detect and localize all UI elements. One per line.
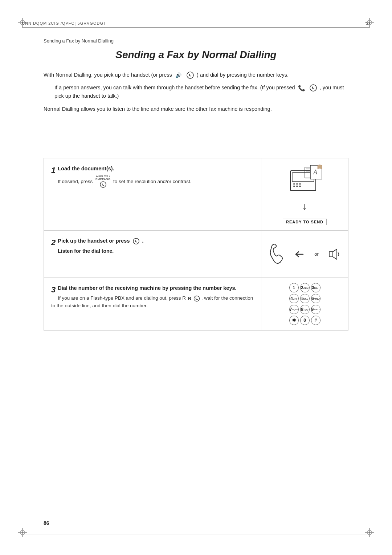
svg-text:A: A xyxy=(313,169,318,176)
handset-icon-inline-2: 📞 xyxy=(298,84,306,92)
svg-rect-12 xyxy=(299,186,301,187)
breadcrumb: Sending a Fax by Normal Dialling xyxy=(44,38,114,44)
handset-r-icon xyxy=(193,295,200,302)
step-1-left: 1 Load the document(s). If desired, pres… xyxy=(44,158,261,230)
intro-para-2: If a person answers, you can talk with t… xyxy=(44,84,348,100)
key-5: 5JKL xyxy=(300,294,310,303)
key-hash: # xyxy=(311,316,320,325)
key-4: 4GHI xyxy=(289,294,299,303)
handset-circle-icon-2 xyxy=(309,84,317,92)
ready-to-send-label: READY TO SEND xyxy=(283,219,327,225)
step-1-title: 1 Load the document(s). xyxy=(51,165,254,172)
handset-circle-icon xyxy=(186,71,194,79)
step-3-right: 1 2ABC 3DEF 4GHI 5JKL 6MNO 7PQRS 8TUV 9W… xyxy=(261,278,348,330)
handset-circle-step2 xyxy=(132,238,140,245)
speaker-icon-inline: 🔊 xyxy=(175,71,183,79)
key-8: 8TUV xyxy=(300,305,310,314)
svg-rect-9 xyxy=(299,183,301,185)
step-1-right: A ↓ READY TO SEND xyxy=(261,158,348,230)
top-bar-page: 2/ xyxy=(366,21,370,25)
svg-text:🔊: 🔊 xyxy=(175,72,182,78)
header-top-rule xyxy=(22,27,370,28)
steps-box: 1 Load the document(s). If desired, pres… xyxy=(44,158,348,331)
down-arrow-icon: ↓ xyxy=(302,200,307,212)
step-3-left: 3 Dial the number of the receiving machi… xyxy=(44,278,261,330)
step-2-row: 2 Pick up the handset or press . Listen … xyxy=(44,231,348,278)
corner-mark-bl xyxy=(18,528,27,537)
auflös-circle-icon xyxy=(99,181,107,188)
svg-rect-8 xyxy=(296,183,298,185)
top-bar: CNN DQQM 2CIG /QPFC[ 5GRVGODGT 2/ xyxy=(22,21,370,25)
key-6: 6MNO xyxy=(311,294,320,303)
r-button: R xyxy=(188,295,191,302)
key-1: 1 xyxy=(289,283,299,292)
svg-point-19 xyxy=(133,238,139,244)
page-title: Sending a Fax by Normal Dialling xyxy=(44,49,348,61)
svg-point-4 xyxy=(100,182,106,187)
fax-machine-illustration: A xyxy=(283,163,327,196)
intro-para-1: With Normal Dialling, you pick up the ha… xyxy=(44,71,348,79)
svg-point-3 xyxy=(310,85,317,91)
svg-rect-11 xyxy=(296,186,298,187)
key-star: ✱ xyxy=(289,316,299,325)
step-2-left: 2 Pick up the handset or press . Listen … xyxy=(44,231,261,278)
svg-rect-20 xyxy=(329,252,333,257)
page-number: 86 xyxy=(44,520,49,526)
speaker-fax-icon xyxy=(328,247,342,261)
intro-para-3: Normal Dialling allows you to listen to … xyxy=(44,105,348,113)
handset-illustration xyxy=(268,242,286,266)
key-7: 7PQRS xyxy=(289,305,299,314)
key-9: 9WXYZ xyxy=(311,305,320,314)
keypad-illustration: 1 2ABC 3DEF 4GHI 5JKL 6MNO 7PQRS 8TUV 9W… xyxy=(289,283,320,325)
step-2-right: or xyxy=(261,231,348,278)
svg-rect-10 xyxy=(293,186,295,187)
main-content: With Normal Dialling, you pick up the ha… xyxy=(44,71,348,118)
step-1-row: 1 Load the document(s). If desired, pres… xyxy=(44,158,348,231)
step-3-title: 3 Dial the number of the receiving machi… xyxy=(51,284,254,292)
step-1-body: If desired, press AUFLÖS./ EMPFANG to se… xyxy=(51,175,254,188)
auflös-btn: AUFLÖS./ EMPFANG xyxy=(95,175,110,188)
or-label: or xyxy=(314,251,319,257)
step-2-icons: or xyxy=(266,242,343,266)
bottom-rule xyxy=(22,535,370,535)
top-bar-code: CNN DQQM 2CIG /QPFC[ 5GRVGODGT xyxy=(22,21,106,25)
key-3: 3DEF xyxy=(311,283,320,292)
svg-rect-7 xyxy=(293,183,295,185)
step-3-row: 3 Dial the number of the receiving machi… xyxy=(44,278,348,330)
svg-point-1 xyxy=(187,72,193,78)
step-2-subtitle: Listen for the dial tone. xyxy=(51,248,254,255)
svg-point-21 xyxy=(194,296,199,301)
key-2: 2ABC xyxy=(300,283,310,292)
back-arrow-icon xyxy=(292,249,305,260)
step-2-title: 2 Pick up the handset or press . xyxy=(51,237,254,245)
corner-mark-br xyxy=(365,528,374,537)
step-3-body: If you are on a Flash-type PBX and are d… xyxy=(51,295,254,310)
svg-text:📞: 📞 xyxy=(298,85,305,92)
key-0: 0 xyxy=(300,316,310,325)
